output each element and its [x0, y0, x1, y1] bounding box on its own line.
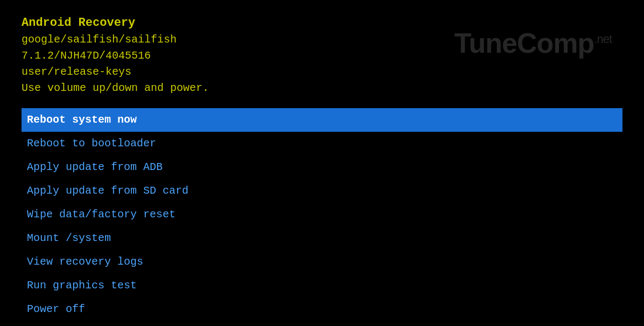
android-recovery-screen: Android Recovery google/sailfish/sailfis…: [0, 0, 644, 326]
menu-item-4[interactable]: Wipe data/factory reset: [22, 203, 622, 226]
menu-item-1[interactable]: Reboot to bootloader: [22, 132, 622, 155]
menu-item-7[interactable]: Run graphics test: [22, 274, 622, 297]
device-line1: google/sailfish/sailfish: [22, 32, 622, 48]
menu-item-3[interactable]: Apply update from SD card: [22, 179, 622, 203]
header-info: google/sailfish/sailfish 7.1.2/NJH47D/40…: [22, 32, 622, 96]
menu-item-2[interactable]: Apply update from ADB: [22, 155, 622, 179]
recovery-title: Android Recovery: [22, 16, 622, 30]
menu-item-5[interactable]: Mount /system: [22, 226, 622, 250]
instructions-line: Use volume up/down and power.: [22, 80, 622, 96]
menu-item-0[interactable]: Reboot system now: [22, 108, 622, 132]
recovery-menu: Reboot system nowReboot to bootloaderApp…: [22, 108, 622, 321]
menu-item-6[interactable]: View recovery logs: [22, 250, 622, 274]
device-line3: user/release-keys: [22, 64, 622, 80]
device-line2: 7.1.2/NJH47D/4045516: [22, 48, 622, 64]
header-section: Android Recovery google/sailfish/sailfis…: [22, 16, 622, 96]
menu-item-8[interactable]: Power off: [22, 297, 622, 321]
